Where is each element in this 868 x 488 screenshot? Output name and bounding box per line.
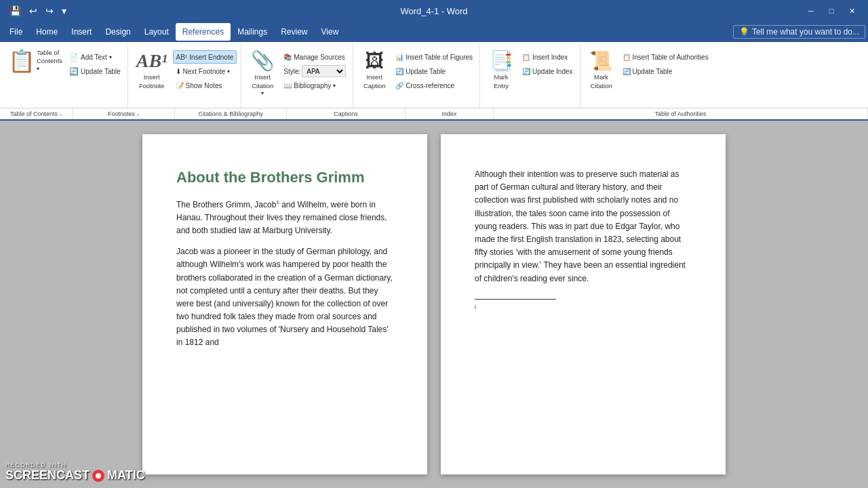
ribbon-group-citations: 📎 InsertCitation ▾ 📚 Manage Sources Styl… <box>241 43 353 108</box>
paragraph-2: Jacob was a pioneer in the study of Germ… <box>176 245 393 350</box>
caption-icon: 🖼 <box>365 49 384 73</box>
footnotes-dialog-icon: ⬦ <box>136 111 140 117</box>
citation-small-col: 📚 Manage Sources Style: APA MLA Chicago … <box>281 49 349 92</box>
mark-citation-btn[interactable]: 📜 MarkCitation <box>585 46 618 93</box>
menu-review[interactable]: Review <box>274 23 314 41</box>
next-footnote-btn[interactable]: ⬇ Next Footnote ▾ <box>173 64 237 78</box>
insert-endnote-btn[interactable]: AB¹ Insert Endnote <box>173 50 237 64</box>
customize-btn[interactable]: ▾ <box>59 4 69 18</box>
menu-design[interactable]: Design <box>98 23 137 41</box>
bibliography-btn[interactable]: 📖 Bibliography ▾ <box>281 79 349 92</box>
captions-small-col: 📊 Insert Table of Figures 🔄 Update Table… <box>393 49 475 92</box>
ribbon-group-toc: 📋 Table ofContents ▾ 📄 Add Text ▾ 🔄 Upda… <box>1 43 128 108</box>
update-index-btn[interactable]: 🔄 Update Index <box>519 64 576 78</box>
window-controls: ─ □ ✕ <box>802 4 861 18</box>
index-buttons: 📑 MarkEntry 📋 Insert Index 🔄 Update Inde… <box>484 45 576 106</box>
cross-ref-icon: 🔗 <box>395 82 403 89</box>
menu-bar: File Home Insert Design Layout Reference… <box>0 22 868 42</box>
style-select-row[interactable]: Style: APA MLA Chicago <box>281 64 349 78</box>
menu-insert[interactable]: Insert <box>64 23 98 41</box>
minimize-btn[interactable]: ─ <box>802 4 821 18</box>
authorities-icon: 📋 <box>623 54 631 61</box>
window-title: Word_4-1 - Word <box>400 6 467 16</box>
menu-file[interactable]: File <box>3 23 29 41</box>
toc-dialog-icon: ⬦ <box>59 111 62 117</box>
update-captions-icon: 🔄 <box>395 68 403 75</box>
page-left: About the Brothers Grimm The Brothers Gr… <box>142 134 427 474</box>
add-text-icon: 📄 <box>69 53 79 62</box>
paragraph-right-1: Although their intention was to preserve… <box>475 168 692 285</box>
update-auth-icon: 🔄 <box>623 68 631 75</box>
lightbulb-icon: 💡 <box>739 27 749 37</box>
ribbon-group-index: 📑 MarkEntry 📋 Insert Index 🔄 Update Inde… <box>480 43 580 108</box>
menu-mailings[interactable]: Mailings <box>231 23 274 41</box>
tell-me-text: Tell me what you want to do... <box>752 27 859 37</box>
close-btn[interactable]: ✕ <box>842 4 861 18</box>
index-small-col: 📋 Insert Index 🔄 Update Index <box>519 49 576 78</box>
endnote-icon: AB¹ <box>176 54 188 61</box>
maximize-btn[interactable]: □ <box>822 4 841 18</box>
ribbon-group-authorities: 📜 MarkCitation 📋 Insert Table of Authori… <box>580 43 716 108</box>
ribbon-group-footnotes: AB¹ InsertFootnote AB¹ Insert Endnote ⬇ … <box>128 43 241 108</box>
footnote-divider <box>475 299 556 300</box>
add-text-btn[interactable]: 📄 Add Text ▾ <box>66 50 123 64</box>
menu-layout[interactable]: Layout <box>138 23 176 41</box>
insert-table-authorities-btn[interactable]: 📋 Insert Table of Authorities <box>620 50 711 64</box>
footnotes-buttons: AB¹ InsertFootnote AB¹ Insert Endnote ⬇ … <box>132 45 237 106</box>
insert-footnote-icon: AB¹ <box>136 49 167 73</box>
mark-entry-btn[interactable]: 📑 MarkEntry <box>484 46 518 93</box>
insert-footnote-btn[interactable]: AB¹ InsertFootnote <box>132 46 172 93</box>
update-table-captions-btn[interactable]: 🔄 Update Table <box>393 64 475 78</box>
authorities-buttons: 📜 MarkCitation 📋 Insert Table of Authori… <box>585 45 711 106</box>
update-index-icon: 🔄 <box>522 68 530 75</box>
mark-citation-icon: 📜 <box>589 49 613 73</box>
citations-buttons: 📎 InsertCitation ▾ 📚 Manage Sources Styl… <box>245 45 349 106</box>
footnote-text: i <box>475 302 692 312</box>
page-body-left: The Brothers Grimm, Jacob1 and Wilhelm, … <box>176 199 393 350</box>
update-authorities-btn[interactable]: 🔄 Update Table <box>620 64 711 78</box>
footnote-small-col: AB¹ Insert Endnote ⬇ Next Footnote ▾ 📝 S… <box>173 49 237 92</box>
toc-icon: 📋 <box>8 50 35 72</box>
menu-view[interactable]: View <box>315 23 346 41</box>
tell-me-box[interactable]: 💡 Tell me what you want to do... <box>733 25 865 39</box>
toc-small-buttons: 📄 Add Text ▾ 🔄 Update Table <box>66 49 123 78</box>
update-table-toc-btn[interactable]: 🔄 Update Table <box>66 64 123 78</box>
next-footnote-icon: ⬇ <box>176 68 181 75</box>
insert-table-figures-btn[interactable]: 📊 Insert Table of Figures <box>393 50 475 64</box>
authorities-small-col: 📋 Insert Table of Authorities 🔄 Update T… <box>620 49 711 78</box>
label-authorities[interactable]: Table of Authorities <box>494 108 868 119</box>
style-dropdown[interactable]: APA MLA Chicago <box>302 65 346 77</box>
label-captions[interactable]: Captions <box>287 108 406 119</box>
table-of-contents-btn[interactable]: 📋 Table ofContents ▾ <box>5 46 65 75</box>
redo-btn[interactable]: ↪ <box>43 4 56 18</box>
undo-btn[interactable]: ↩ <box>26 4 40 18</box>
captions-buttons: 🖼 InsertCaption 📊 Insert Table of Figure… <box>357 45 475 106</box>
manage-sources-btn[interactable]: 📚 Manage Sources <box>281 50 349 64</box>
show-notes-btn[interactable]: 📝 Show Notes <box>173 79 237 92</box>
manage-sources-icon: 📚 <box>283 54 292 61</box>
ribbon-group-captions: 🖼 InsertCaption 📊 Insert Table of Figure… <box>353 43 480 108</box>
menu-home[interactable]: Home <box>29 23 64 41</box>
toc-buttons: 📋 Table ofContents ▾ 📄 Add Text ▾ 🔄 Upda… <box>5 45 123 106</box>
document-area: About the Brothers Grimm The Brothers Gr… <box>0 121 868 488</box>
paragraph-1: The Brothers Grimm, Jacob1 and Wilhelm, … <box>176 199 393 238</box>
label-index[interactable]: Index <box>406 108 494 119</box>
insert-caption-btn[interactable]: 🖼 InsertCaption <box>357 46 391 93</box>
page-body-right: Although their intention was to preserve… <box>475 168 692 312</box>
menu-references[interactable]: References <box>176 23 231 41</box>
label-citations[interactable]: Citations & Bibliography <box>175 108 287 119</box>
mark-entry-icon: 📑 <box>490 49 513 73</box>
figures-icon: 📊 <box>395 54 403 61</box>
insert-citation-btn[interactable]: 📎 InsertCitation ▾ <box>245 46 279 100</box>
show-notes-icon: 📝 <box>176 82 184 89</box>
cross-reference-btn[interactable]: 🔗 Cross-reference <box>393 79 475 92</box>
label-toc[interactable]: Table of Contents ⬦ <box>0 108 73 119</box>
save-btn[interactable]: 💾 <box>7 4 24 18</box>
citation-icon: 📎 <box>251 49 275 73</box>
toc-dropdown-arrow: ▾ <box>37 66 39 73</box>
label-footnotes[interactable]: Footnotes ⬦ <box>73 108 175 119</box>
page-right: Although their intention was to preserve… <box>441 134 726 474</box>
insert-index-btn[interactable]: 📋 Insert Index <box>519 50 576 64</box>
ribbon: 📋 Table ofContents ▾ 📄 Add Text ▾ 🔄 Upda… <box>0 42 868 108</box>
toc-label: Table ofContents <box>37 49 62 66</box>
